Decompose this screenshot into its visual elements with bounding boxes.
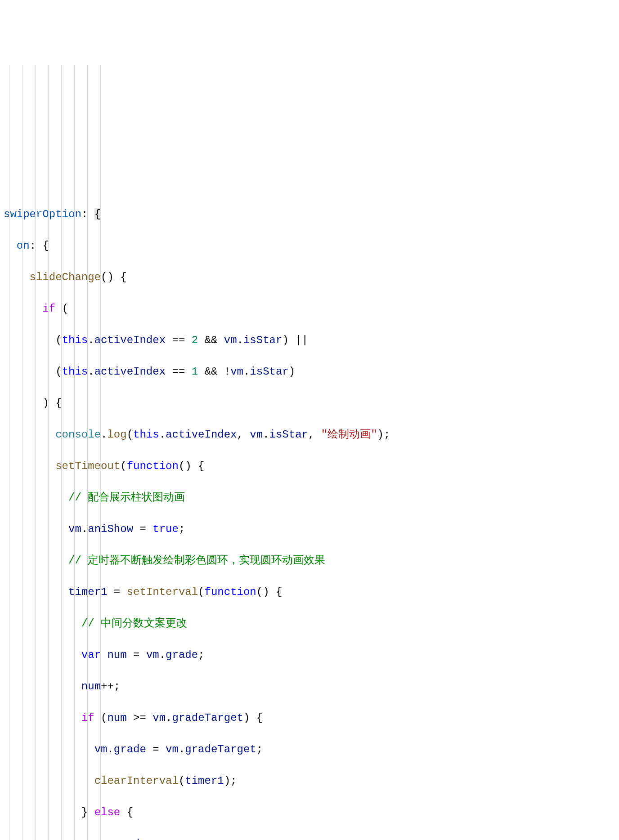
operator-equals: == — [172, 366, 185, 378]
number-1: 1 — [192, 366, 198, 378]
comment: // 定时器不断触发绘制彩色圆环，实现圆环动画效果 — [68, 554, 325, 567]
code-line[interactable]: var num = vm.grade; — [4, 647, 615, 663]
comment: // 中间分数文案更改 — [81, 617, 187, 630]
operator-or: || — [295, 334, 308, 346]
keyword-if: if — [81, 712, 94, 724]
identifier-vm: vm — [146, 649, 159, 661]
identifier-vm: vm — [94, 838, 108, 840]
identifier-isStar: isStar — [250, 366, 288, 378]
operator-gte: >= — [133, 712, 146, 724]
code-line[interactable]: slideChange() { — [4, 269, 615, 285]
property-swiperOption: swiperOption — [4, 208, 81, 220]
identifier-gradeTarget: gradeTarget — [172, 712, 243, 724]
function-setTimeout: setTimeout — [55, 460, 120, 472]
identifier-vm: vm — [166, 743, 179, 755]
code-line[interactable]: swiperOption: { — [4, 206, 615, 222]
identifier-num: num — [81, 680, 101, 693]
code-line[interactable]: (this.activeIndex == 2 && vm.isStar) || — [4, 332, 615, 348]
number-2: 2 — [192, 334, 198, 346]
keyword-if: if — [42, 303, 55, 315]
keyword-else: else — [94, 806, 121, 818]
keyword-this: this — [62, 334, 88, 346]
code-line[interactable]: if ( — [4, 301, 615, 317]
string-literal: "绘制动画" — [321, 429, 377, 441]
comment: // 配合展示柱状图动画 — [68, 491, 185, 504]
identifier-activeIndex: activeIndex — [94, 334, 166, 346]
code-line[interactable]: // 中间分数文案更改 — [4, 616, 615, 631]
identifier-vm: vm — [224, 334, 237, 346]
identifier-vm: vm — [250, 429, 263, 441]
keyword-function: function — [205, 586, 256, 598]
keyword-var: var — [81, 649, 101, 661]
code-editor[interactable]: swiperOption: { on: { slideChange() { if… — [4, 65, 615, 840]
code-line[interactable]: } else { — [4, 804, 615, 820]
operator-and: && — [205, 366, 218, 378]
brace-open-highlighted: { — [94, 208, 101, 220]
operator-not: ! — [224, 366, 230, 378]
identifier-grade: grade — [166, 649, 198, 661]
identifier-num: num — [166, 838, 185, 840]
function-setInterval: setInterval — [127, 586, 198, 598]
function-clearInterval: clearInterval — [94, 775, 179, 787]
identifier-activeIndex: activeIndex — [166, 429, 237, 441]
code-line[interactable]: console.log(this.activeIndex, vm.isStar,… — [4, 427, 615, 442]
code-line[interactable]: vm.grade = vm.gradeTarget; — [4, 742, 615, 757]
object-console: console — [55, 429, 101, 441]
code-line[interactable]: if (num >= vm.gradeTarget) { — [4, 710, 615, 726]
code-line[interactable]: clearInterval(timer1); — [4, 773, 615, 789]
identifier-num: num — [107, 712, 126, 724]
identifier-gradeTarget: gradeTarget — [185, 743, 256, 755]
identifier-grade: grade — [114, 838, 146, 840]
identifier-vm: vm — [94, 743, 108, 755]
code-line[interactable]: setTimeout(function() { — [4, 458, 615, 474]
identifier-activeIndex: activeIndex — [94, 366, 166, 378]
code-line[interactable]: timer1 = setInterval(function() { — [4, 584, 615, 600]
operator-equals: == — [172, 334, 185, 346]
keyword-this: this — [62, 366, 88, 378]
code-line[interactable]: num++; — [4, 679, 615, 694]
identifier-timer1: timer1 — [185, 775, 224, 787]
identifier-num: num — [107, 649, 126, 661]
code-line[interactable]: // 配合展示柱状图动画 — [4, 490, 615, 505]
method-log: log — [107, 429, 126, 441]
code-line[interactable]: vm.grade = num; — [4, 836, 615, 840]
operator-increment: ++ — [101, 680, 114, 693]
keyword-function: function — [127, 460, 179, 472]
property-on: on — [17, 240, 30, 252]
code-line[interactable]: // 定时器不断触发绘制彩色圆环，实现圆环动画效果 — [4, 553, 615, 568]
code-line[interactable]: vm.aniShow = true; — [4, 521, 615, 537]
method-slideChange: slideChange — [30, 271, 101, 283]
identifier-isStar: isStar — [269, 429, 308, 441]
identifier-vm: vm — [230, 366, 243, 378]
code-line[interactable]: on: { — [4, 238, 615, 254]
operator-and: && — [205, 334, 218, 346]
identifier-isStar: isStar — [243, 334, 282, 346]
identifier-vm: vm — [68, 523, 81, 535]
keyword-this: this — [133, 429, 159, 441]
identifier-vm: vm — [153, 712, 166, 724]
code-line[interactable]: (this.activeIndex == 1 && !vm.isStar) — [4, 364, 615, 380]
literal-true: true — [153, 523, 179, 535]
identifier-grade: grade — [114, 743, 146, 755]
code-line[interactable]: ) { — [4, 395, 615, 411]
identifier-aniShow: aniShow — [88, 523, 133, 535]
